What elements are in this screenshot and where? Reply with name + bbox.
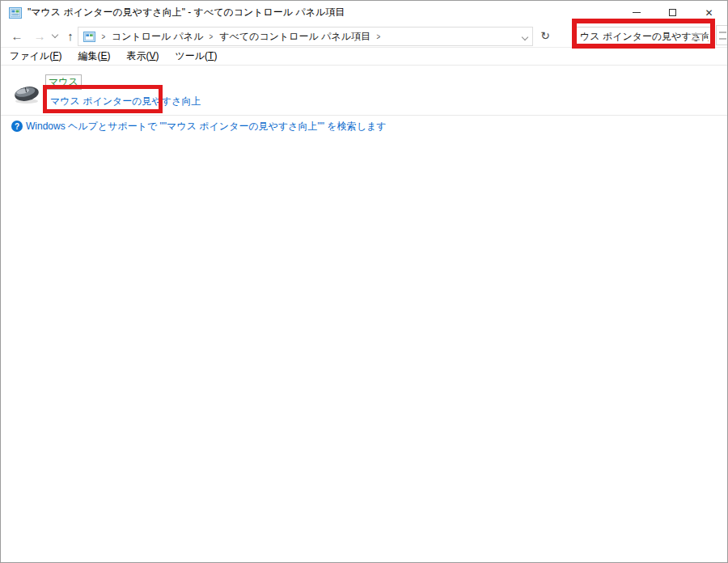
suggestion-text-fragment [719,38,726,40]
forward-button[interactable]: → [30,24,49,47]
close-icon: ✕ [705,8,713,18]
help-search-link[interactable]: ? Windows ヘルプとサポートで ""マウス ポインターの見やすさ向上""… [11,120,387,133]
breadcrumb-separator: > [210,32,214,41]
breadcrumb-item-control-panel[interactable]: コントロール パネル [112,30,204,44]
control-panel-icon [9,6,22,19]
chevron-down-icon [52,31,58,37]
menu-edit[interactable]: 編集(E) [75,48,112,65]
mouse-device-icon [12,83,41,104]
maximize-icon [669,9,676,16]
search-caret-fragment [692,33,703,35]
breadcrumb-separator: > [377,32,381,41]
history-dropdown-button[interactable] [49,24,61,47]
results-area: マウス マウス ポインターの見やすさ向上 ? Windows ヘルプとサポートで… [1,66,727,562]
chevron-down-icon [522,34,528,40]
refresh-button[interactable]: ↻ [536,24,554,47]
window-title: "マウス ポインターの見やすさ向上" - すべてのコントロール パネル項目 [28,6,345,19]
minimize-icon [633,12,641,13]
menu-bar: ファイル(F) 編集(E) 表示(V) ツール(T) [1,48,727,66]
help-link-text: Windows ヘルプとサポートで ""マウス ポインターの見やすさ向上"" を… [26,120,387,133]
task-link-mouse-pointer[interactable]: マウス ポインターの見やすさ向上 [50,95,201,108]
suggestion-text-fragment [719,32,726,33]
search-suggestion-fragment [716,25,728,45]
close-button[interactable]: ✕ [691,1,727,24]
back-button[interactable]: ← [7,24,27,47]
help-icon: ? [11,121,23,132]
navigation-bar: ← → ↑ > コントロール パネル > すべてのコントロール パネル項目 > … [1,24,727,48]
title-bar: "マウス ポインターの見やすさ向上" - すべてのコントロール パネル項目 ✕ [1,1,727,24]
address-bar[interactable]: > コントロール パネル > すべてのコントロール パネル項目 > [78,27,533,46]
results-divider [1,115,727,116]
control-panel-window: "マウス ポインターの見やすさ向上" - すべてのコントロール パネル項目 ✕ … [0,0,728,563]
result-item-box: マウス [45,74,82,90]
maximize-button[interactable] [654,1,691,24]
menu-tools[interactable]: ツール(T) [173,48,220,65]
address-dropdown-button[interactable] [523,31,527,42]
breadcrumb-separator: > [102,32,106,41]
menu-view[interactable]: 表示(V) [124,48,161,65]
result-item-link[interactable]: マウス [49,75,78,89]
control-panel-icon [83,32,95,42]
up-button[interactable]: ↑ [62,24,78,47]
breadcrumb-item-all-items[interactable]: すべてのコントロール パネル項目 [219,30,370,44]
search-input[interactable] [576,27,713,47]
search-caret-fragment [692,39,700,40]
menu-file[interactable]: ファイル(F) [7,48,64,65]
minimize-button[interactable] [618,1,654,24]
